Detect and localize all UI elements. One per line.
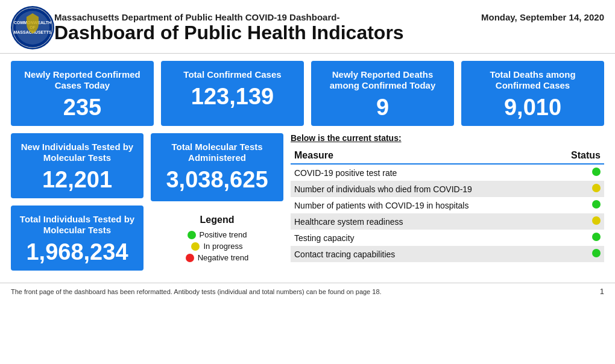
legend-dot-2: [186, 254, 194, 262]
status-dot-5: [592, 249, 601, 257]
legend-dot-1: [191, 242, 200, 251]
measure-cell-4: Testing capacity: [291, 230, 552, 246]
measure-cell-2: Number of patients with COVID-19 in hosp…: [291, 197, 552, 213]
stat-card2-0: New Individuals Tested by Molecular Test…: [11, 133, 144, 198]
col-measure-header: Measure: [291, 148, 552, 164]
status-cell-5: [552, 246, 604, 262]
stat-label-3: Total Deaths among Confirmed Cases: [467, 69, 598, 91]
header: COMMONWEALTH OF MASSACHUSETTS Massachuse…: [0, 0, 615, 54]
table-row: Contact tracing capabilities: [291, 246, 604, 262]
footer-text: The front page of the dashboard has been…: [11, 288, 382, 295]
stat-card-2: Newly Reported Deaths among Confirmed To…: [311, 61, 454, 126]
table-row: Number of patients with COVID-19 in hosp…: [291, 197, 604, 213]
middle-column: Total Molecular Tests Administered 3,038…: [151, 133, 283, 271]
stat-value-2: 9: [317, 96, 448, 119]
stat-card-total-molecular: Total Molecular Tests Administered 3,038…: [151, 133, 283, 201]
page-title: Dashboard of Public Health Indicators: [54, 22, 604, 43]
stat2-value-0: 12,201: [17, 168, 137, 191]
stat-card-0: Newly Reported Confirmed Cases Today 235: [11, 61, 154, 126]
stat2-label-0: New Individuals Tested by Molecular Test…: [17, 142, 137, 163]
measure-cell-5: Contact tracing capabilities: [291, 246, 552, 262]
table-row: COVID-19 positive test rate: [291, 164, 604, 181]
table-row: Testing capacity: [291, 230, 604, 246]
status-cell-1: [552, 181, 604, 197]
stat-value-1: 123,139: [167, 85, 298, 108]
legend-item-2: Negative trend: [186, 253, 249, 262]
legend-text-1: In progress: [203, 242, 242, 251]
header-subtitle: Massachusetts Department of Public Healt…: [54, 12, 339, 22]
status-dot-2: [592, 200, 601, 209]
measure-cell-3: Healthcare system readiness: [291, 213, 552, 230]
stat-card-1: Total Confirmed Cases 123,139: [161, 61, 304, 126]
total-molecular-value: 3,038,625: [157, 168, 277, 191]
measure-cell-0: COVID-19 positive test rate: [291, 164, 552, 181]
top-stat-row: Newly Reported Confirmed Cases Today 235…: [11, 61, 604, 126]
stat-label-2: Newly Reported Deaths among Confirmed To…: [317, 69, 448, 91]
measure-cell-1: Number of individuals who died from COVI…: [291, 181, 552, 197]
stat2-label-1: Total Individuals Tested by Molecular Te…: [17, 214, 137, 236]
status-header-text: Below is the current status:: [291, 133, 604, 143]
legend-text-0: Positive trend: [200, 230, 247, 239]
status-cell-3: [552, 213, 604, 230]
stat-value-0: 235: [17, 96, 148, 119]
legend-title: Legend: [200, 215, 235, 225]
status-cell-0: [552, 164, 604, 181]
status-dot-3: [592, 216, 601, 225]
stat2-value-1: 1,968,234: [17, 240, 137, 263]
status-dot-1: [592, 184, 601, 192]
legend-item-0: Positive trend: [188, 230, 247, 239]
stat-card2-1: Total Individuals Tested by Molecular Te…: [11, 206, 144, 271]
col-status-header: Status: [552, 148, 604, 164]
stat-label-1: Total Confirmed Cases: [167, 69, 298, 80]
status-dot-4: [592, 233, 601, 241]
legend-item-1: In progress: [191, 242, 242, 251]
right-section: Below is the current status: Measure Sta…: [291, 133, 604, 271]
header-top-row: Massachusetts Department of Public Healt…: [54, 12, 604, 22]
total-molecular-label: Total Molecular Tests Administered: [157, 142, 277, 163]
table-row: Number of individuals who died from COVI…: [291, 181, 604, 197]
stat-value-3: 9,010: [467, 96, 598, 119]
legend-text-2: Negative trend: [198, 253, 249, 262]
left-column: New Individuals Tested by Molecular Test…: [11, 133, 144, 271]
logo: COMMONWEALTH OF MASSACHUSETTS: [11, 6, 54, 49]
legend-section: Legend Positive trend In progress Negati…: [151, 209, 283, 271]
status-dot-0: [592, 168, 601, 176]
footer-page: 1: [600, 287, 604, 296]
status-table: Measure Status COVID-19 positive test ra…: [291, 148, 604, 262]
header-date: Monday, September 14, 2020: [481, 12, 604, 22]
footer: The front page of the dashboard has been…: [0, 283, 615, 300]
middle-row: New Individuals Tested by Molecular Test…: [11, 133, 604, 271]
table-row: Healthcare system readiness: [291, 213, 604, 230]
stat-label-0: Newly Reported Confirmed Cases Today: [17, 69, 148, 91]
status-cell-4: [552, 230, 604, 246]
header-text-block: Massachusetts Department of Public Healt…: [54, 12, 604, 43]
legend-dot-0: [188, 231, 196, 239]
main-content: Newly Reported Confirmed Cases Today 235…: [0, 54, 615, 283]
status-cell-2: [552, 197, 604, 213]
stat-card-3: Total Deaths among Confirmed Cases 9,010: [461, 61, 604, 126]
